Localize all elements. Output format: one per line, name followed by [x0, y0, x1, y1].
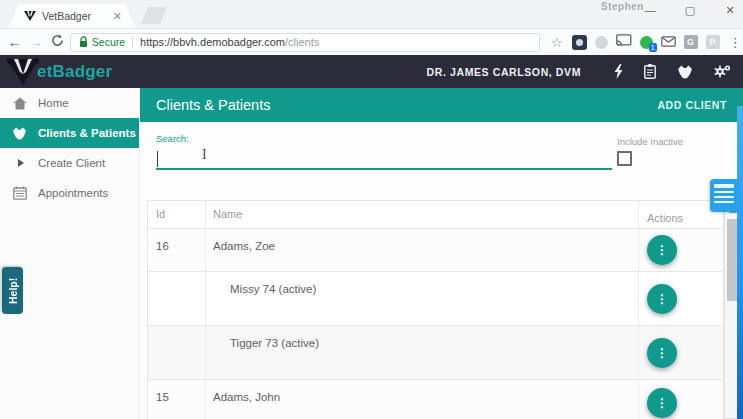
cell-id: 16 [148, 229, 206, 271]
home-icon [12, 97, 27, 110]
table-row[interactable]: 15 Adams, John ⋮ [148, 380, 723, 419]
vetbadger-favicon-icon [24, 10, 36, 22]
browser-menu-icon[interactable]: ⋮ [728, 35, 743, 50]
new-tab-button[interactable] [141, 7, 167, 24]
column-header-name: Name [206, 201, 639, 228]
cell-name: Adams, Zoe [206, 229, 639, 271]
window-controls: — ▢ ✕ [643, 0, 737, 20]
logo-text: etBadger [37, 62, 112, 82]
url-text: https://bbvh.demobadger.com/clients [140, 36, 319, 48]
mail-icon[interactable] [661, 33, 676, 51]
page-title: Clients & Patients [156, 97, 270, 113]
settings-cogs-icon[interactable] [714, 64, 731, 79]
row-actions-button[interactable]: ⋮ [647, 235, 677, 265]
url-bar[interactable]: Secure https://bbvh.demobadger.com/clien… [70, 33, 540, 52]
extension-circle-icon[interactable] [595, 36, 608, 49]
badger-logo-icon [6, 57, 40, 86]
cell-id [148, 272, 206, 325]
extensions-row: 1 G P [572, 33, 720, 51]
list-panel-tab-icon[interactable] [710, 179, 738, 212]
sidebar: Home Clients & Patients Create Client Ap… [0, 88, 140, 419]
extension-dark-icon[interactable] [572, 35, 587, 50]
quick-actions-lightning-icon[interactable] [614, 64, 623, 79]
back-icon[interactable]: ← [4, 34, 25, 50]
search-label: Search: [156, 133, 189, 144]
secure-lock-icon [79, 36, 88, 48]
cell-id [148, 326, 206, 379]
maximize-icon[interactable]: ▢ [683, 0, 697, 20]
include-inactive-checkbox[interactable] [617, 151, 632, 166]
extension-p-icon[interactable]: P [706, 35, 720, 49]
forward-icon[interactable]: → [25, 34, 46, 50]
search-input[interactable] [156, 148, 612, 170]
patients-badger-icon[interactable] [677, 65, 693, 79]
app-header: etBadger DR. JAMES CARLSON, DVM [0, 55, 743, 88]
sidebar-item-label: Create Client [38, 157, 105, 169]
browser-tabstrip: VetBadger ✕ Stephen — ▢ ✕ [0, 0, 743, 28]
row-actions-button[interactable]: ⋮ [647, 388, 677, 418]
clipboard-icon[interactable] [644, 64, 656, 79]
scrollbar-thumb[interactable] [727, 219, 737, 301]
extension-badge: 1 [649, 43, 657, 52]
clients-table: Id Name Actions 16 Adams, Zoe ⋮ Missy 74… [147, 200, 724, 419]
content-area: Search: I Include Inactive Id Name Actio… [140, 122, 743, 419]
watermark-text: Stephen [601, 1, 644, 12]
add-client-button[interactable]: ADD CLIENT [657, 99, 727, 111]
caret-right-icon [12, 159, 27, 167]
row-actions-button[interactable]: ⋮ [647, 284, 677, 314]
app-window: VetBadger ✕ Stephen — ▢ ✕ ← → Secure htt… [0, 0, 743, 419]
sidebar-item-label: Home [38, 97, 69, 109]
extension-g-icon[interactable]: G [684, 35, 698, 49]
bookmark-star-icon[interactable]: ☆ [548, 35, 565, 50]
column-header-id: Id [148, 201, 206, 228]
sidebar-item-home[interactable]: Home [0, 88, 139, 118]
minimize-icon[interactable]: — [643, 0, 657, 20]
sidebar-item-appointments[interactable]: Appointments [0, 178, 139, 208]
close-icon[interactable]: ✕ [723, 0, 737, 20]
table-row[interactable]: Missy 74 (active) ⋮ [148, 272, 723, 326]
browser-tab[interactable]: VetBadger ✕ [8, 4, 136, 28]
cell-id: 15 [148, 380, 206, 419]
include-inactive-label: Include Inactive [617, 136, 683, 147]
browser-toolbar: ← → Secure https://bbvh.demobadger.com/c… [0, 28, 743, 55]
cell-name: Missy 74 (active) [206, 272, 639, 325]
cast-icon[interactable] [616, 33, 632, 51]
table-row[interactable]: 16 Adams, Zoe ⋮ [148, 229, 723, 272]
secure-label: Secure [92, 36, 125, 48]
user-area: DR. JAMES CARLSON, DVM [427, 55, 731, 88]
calendar-icon [12, 186, 27, 200]
right-edge-panel [737, 106, 743, 419]
tab-title: VetBadger [42, 10, 109, 22]
table-header-row: Id Name Actions [148, 201, 723, 229]
text-caret [157, 151, 158, 167]
help-button[interactable]: Help! [2, 267, 23, 314]
sidebar-item-clients-patients[interactable]: Clients & Patients [0, 118, 139, 148]
user-name: DR. JAMES CARLSON, DVM [427, 66, 581, 78]
row-actions-button[interactable]: ⋮ [647, 338, 677, 368]
sidebar-item-label: Clients & Patients [38, 127, 136, 139]
url-separator [132, 36, 133, 48]
extension-green-icon[interactable]: 1 [640, 36, 653, 49]
table-row[interactable]: Tigger 73 (active) ⋮ [148, 326, 723, 380]
reload-icon[interactable] [47, 34, 68, 50]
cell-name: Tigger 73 (active) [206, 326, 639, 379]
ibeam-cursor: I [202, 147, 207, 163]
tab-close-icon[interactable]: ✕ [113, 11, 122, 22]
sidebar-item-label: Appointments [38, 187, 108, 199]
cell-name: Adams, John [206, 380, 639, 419]
badger-icon [12, 127, 27, 140]
sidebar-item-create-client[interactable]: Create Client [0, 148, 139, 178]
page-header: Clients & Patients ADD CLIENT [140, 88, 743, 122]
vetbadger-logo[interactable]: etBadger [6, 57, 112, 86]
